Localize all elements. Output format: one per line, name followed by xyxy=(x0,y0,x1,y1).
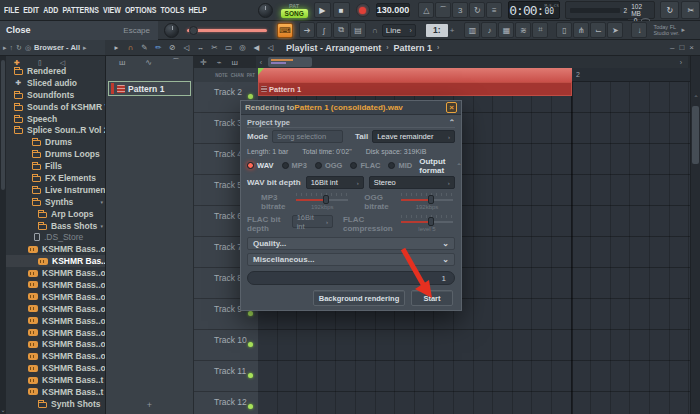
playback-icon[interactable]: ◀ xyxy=(251,43,262,52)
browser-item[interactable]: Drums xyxy=(6,136,105,148)
wait-for-input-icon[interactable]: ⌒ xyxy=(435,2,451,18)
pat-song-switch[interactable]: PAT SONG xyxy=(281,3,308,18)
browser-item[interactable]: Arp Loops xyxy=(6,208,105,220)
browser-item[interactable]: Fills xyxy=(6,160,105,172)
track-name[interactable]: Track 4 xyxy=(214,149,242,159)
wav-channels-select[interactable]: Stereo › xyxy=(369,176,455,189)
format-option[interactable]: FLAC xyxy=(350,161,380,170)
miscellaneous-section-bar[interactable]: Miscellaneous... ⌄ xyxy=(247,253,455,266)
collapse-icon[interactable]: ⌃ xyxy=(449,118,455,127)
menu-item[interactable]: HELP xyxy=(188,5,207,15)
track-mute-led[interactable] xyxy=(248,94,253,99)
browser-item[interactable]: KSHMR Bass..ot 05 - (D) xyxy=(6,291,105,303)
piano-roll-icon[interactable]: ♪ xyxy=(481,22,497,38)
collapse-icon[interactable]: ⌃ xyxy=(456,162,461,169)
track-name[interactable]: Track 9 xyxy=(214,304,242,314)
headphone-icon[interactable]: ∩ xyxy=(372,26,378,35)
pattern-picker-item[interactable]: Pattern 1 xyxy=(108,81,191,96)
channel-rack-icon[interactable]: ▦ xyxy=(498,22,514,38)
menu-item[interactable]: PATTERNS xyxy=(62,5,99,15)
browser-item[interactable]: Splice Soun..R Vol 2 WAV ▾ xyxy=(6,124,105,136)
menu-item[interactable]: TOOLS xyxy=(160,5,184,15)
arrow-next-button[interactable]: ➔ xyxy=(299,22,315,38)
pattern-clip[interactable]: Pattern 1 xyxy=(258,82,572,96)
slider-thumb[interactable] xyxy=(428,195,434,204)
mute-icon[interactable]: ◁ xyxy=(181,43,192,52)
track-header[interactable]: Track 11 xyxy=(194,361,259,392)
focus-pattern-icon[interactable]: ш xyxy=(232,58,238,67)
browser-item[interactable]: KSHMR Bas..t 02 - (C) xyxy=(6,255,105,267)
tail-select[interactable]: Leave remainder › xyxy=(372,130,455,143)
mp3-bitrate-slider[interactable] xyxy=(294,193,350,204)
remote-control-icon[interactable]: ⌙ xyxy=(590,22,606,38)
browser-item[interactable]: KSHMR Bass..ot 09 - (E) xyxy=(6,338,105,350)
news-ticker[interactable]: Today FL Studio ver. xyxy=(653,24,679,36)
slider-thumb[interactable] xyxy=(189,26,198,35)
track-name[interactable]: Track 3 xyxy=(214,118,242,128)
up-icon[interactable]: ↑ xyxy=(10,44,14,51)
browser-item[interactable]: Live Instruments xyxy=(6,184,105,196)
track-name[interactable]: Track 5 xyxy=(214,180,242,190)
menu-arrow-icon[interactable]: ▸ xyxy=(111,43,122,52)
background-rendering-button[interactable]: Background rendering xyxy=(313,290,405,306)
slip-icon[interactable]: ↔ xyxy=(195,43,206,52)
menu-item[interactable]: ADD xyxy=(43,5,58,15)
bar-stepper-value[interactable]: 1: xyxy=(426,24,448,37)
stop-button[interactable]: ■ xyxy=(333,2,350,18)
snap-selector[interactable]: Line › xyxy=(382,24,416,37)
browser-item[interactable]: FX Elements xyxy=(6,172,105,184)
paint-icon[interactable]: ✏ xyxy=(153,43,164,52)
focus-automation-icon[interactable]: ⌁ xyxy=(217,58,222,67)
touch-controller-icon[interactable]: ⋔ xyxy=(573,22,589,38)
menu-item[interactable]: VIEW xyxy=(103,5,121,15)
focus-audio-icon[interactable]: ✛ xyxy=(200,58,207,67)
track-header[interactable]: Track 12 xyxy=(194,392,259,414)
browser-item[interactable]: Soundfonts xyxy=(6,89,105,101)
pat-mode-label[interactable]: PAT xyxy=(289,3,299,9)
flac-compression-slider[interactable] xyxy=(399,215,455,226)
track-name[interactable]: Track 6 xyxy=(214,211,242,221)
scroll-up-icon[interactable]: ⌃ xyxy=(691,94,700,101)
pointer-icon[interactable]: ➤ xyxy=(607,22,623,38)
select-icon[interactable]: ▭ xyxy=(223,43,234,52)
song-mode-button[interactable]: SONG xyxy=(281,9,308,18)
playlist-close-button[interactable]: × xyxy=(689,43,694,52)
mode-select[interactable]: Song selection xyxy=(272,130,343,143)
find-icon[interactable]: ◎ xyxy=(25,44,31,52)
menu-item[interactable]: FILE xyxy=(4,5,19,15)
vertical-scroll-thumb[interactable] xyxy=(692,106,699,164)
browser-item[interactable]: Synths ▾ xyxy=(6,196,105,208)
format-option[interactable]: OGG xyxy=(315,161,343,170)
track-mute-led[interactable] xyxy=(248,404,253,409)
track-mute-led[interactable] xyxy=(248,311,253,316)
track-name[interactable]: Track 11 xyxy=(214,366,246,376)
horizontal-scrollbar[interactable]: ‹ › xyxy=(256,56,688,68)
track-name[interactable]: Track 2 xyxy=(214,87,242,97)
mixer-icon[interactable]: ≋ xyxy=(515,22,531,38)
main-pitch-knob[interactable] xyxy=(164,23,179,38)
slice-icon[interactable]: ✂ xyxy=(209,43,220,52)
delete-icon[interactable]: ⊘ xyxy=(167,43,178,52)
browser-scrollbar-thumb[interactable] xyxy=(1,60,5,190)
playlist-view-icon[interactable]: ▥ xyxy=(464,22,480,38)
browser-item[interactable]: KSHMR Bass..ot 04 - (D) xyxy=(6,279,105,291)
track-header[interactable]: Track 10 xyxy=(194,330,259,361)
horizontal-scroll-thumb[interactable] xyxy=(268,57,312,67)
master-volume-slider[interactable] xyxy=(187,26,267,35)
vertical-scrollbar[interactable]: ⌃ xyxy=(690,56,700,414)
scroll-right-icon[interactable]: › xyxy=(676,59,686,66)
timeline-selection[interactable] xyxy=(258,68,572,82)
browser-item[interactable]: Drums Loops xyxy=(6,148,105,160)
browser-item[interactable]: KSHMR Bass..ot 01 - (C) xyxy=(6,243,105,255)
browser-item[interactable]: KSHMR Bass..ot 07 - (E) xyxy=(6,315,105,327)
track-name[interactable]: Track 10 xyxy=(214,335,247,345)
slide-tool-button[interactable]: ʃ xyxy=(316,22,332,38)
typing-keyboard-button[interactable]: ⌨ xyxy=(277,23,293,38)
track-name[interactable]: Track 12 xyxy=(214,397,247,407)
playlist-timeline[interactable]: 2 xyxy=(258,68,690,82)
browser-item[interactable]: Rendered xyxy=(6,65,105,77)
track-mute-led[interactable] xyxy=(248,342,253,347)
download-button[interactable]: ↓ xyxy=(631,22,647,38)
browser-item[interactable]: KSHMR Bass..t 13 - (G#) xyxy=(6,386,105,398)
browser-item[interactable]: .DS_Store xyxy=(6,231,105,243)
